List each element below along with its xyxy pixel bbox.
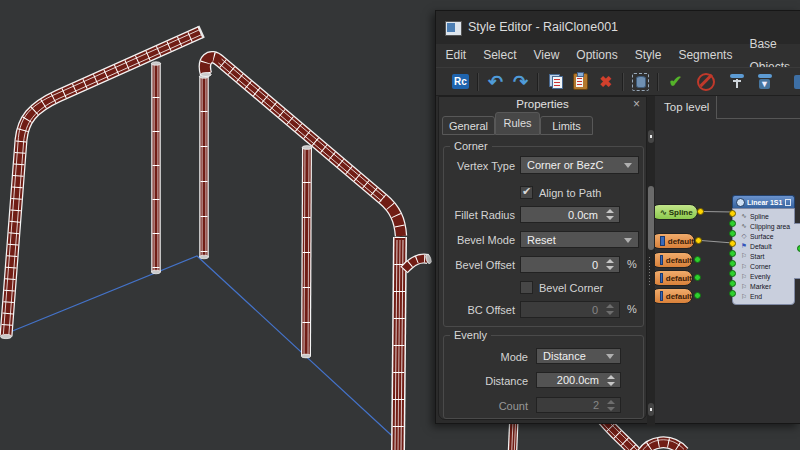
chevron-down-icon [606, 354, 614, 359]
bc-offset-field: 0 [520, 301, 620, 318]
tab-rules[interactable]: Rules [495, 112, 540, 135]
node-default-3[interactable]: default [655, 270, 693, 286]
generator-input-row[interactable]: ⚐ Start [740, 251, 794, 261]
align-to-path-checkbox[interactable] [520, 186, 533, 199]
node-canvas[interactable]: ∿ Spline default default [655, 119, 800, 423]
undo-icon[interactable]: ↶ [486, 72, 506, 92]
menu-edit[interactable]: Edit [437, 44, 475, 67]
array-record-icon[interactable] [631, 72, 651, 92]
generator-input-dot-corner[interactable] [729, 260, 736, 267]
node-default-1-output-dot[interactable] [695, 237, 702, 244]
generator-input-dot-clipping[interactable] [729, 220, 736, 227]
generator-input-dot-start[interactable] [729, 250, 736, 257]
node-editor: Top level ∿ Spline default [655, 96, 800, 423]
distance-spinner[interactable] [603, 373, 618, 387]
corner-group-title: Corner [450, 140, 492, 152]
paste-icon[interactable] [571, 72, 591, 92]
toolbar-separator [477, 73, 479, 91]
count-field: 2 [536, 397, 621, 413]
copy-icon[interactable] [546, 72, 566, 92]
generator-input-row[interactable]: ⚐ Corner [740, 262, 794, 272]
generator-input-row[interactable]: ⚐ End [740, 292, 794, 302]
toolbar-separator [622, 73, 624, 91]
segment-icon [660, 273, 663, 283]
node-spline-output-dot[interactable] [697, 208, 704, 215]
scroll-thumb[interactable] [648, 186, 654, 250]
scroll-button-bottom[interactable] [648, 403, 654, 416]
toolbar: Rc ↶ ↷ ✖ ✔ ▼ [436, 67, 800, 96]
node-default-3-output-dot[interactable] [694, 274, 701, 281]
menu-style[interactable]: Style [626, 44, 670, 67]
properties-title: Properties [516, 98, 568, 110]
node-default-2[interactable]: default [655, 252, 693, 268]
generator-input-row[interactable]: ⚐ Evenly [740, 272, 794, 282]
tab-limits[interactable]: Limits [540, 116, 593, 135]
flag-icon: ⚐ [740, 252, 748, 260]
spline-curve-icon: ∿ [660, 208, 667, 217]
node-default-4[interactable]: default [655, 288, 693, 304]
vertex-type-dropdown[interactable]: Corner or BezC [520, 156, 639, 174]
node-default-4-output-dot[interactable] [694, 292, 701, 299]
menu-select[interactable]: Select [475, 44, 525, 67]
dock-top-icon[interactable] [727, 72, 747, 92]
scroll-button-top[interactable] [648, 130, 654, 143]
toolbar-separator [537, 73, 539, 91]
marker-flag-icon: ⚐ [740, 283, 748, 291]
generator-input-dot-spline[interactable] [729, 210, 736, 217]
mode-dropdown[interactable]: Distance [536, 348, 621, 364]
tab-general[interactable]: General [442, 116, 495, 135]
distance-field[interactable]: 200.0cm [536, 372, 621, 388]
wireframe-post-c [301, 146, 312, 358]
menu-view[interactable]: View [525, 44, 568, 67]
redo-icon[interactable]: ↷ [511, 72, 531, 92]
bevel-offset-field[interactable]: 0 [520, 256, 620, 273]
wireframe-post-b [199, 75, 208, 259]
node-default-2-output-dot[interactable] [694, 256, 701, 263]
bevel-offset-spinner[interactable] [602, 257, 617, 272]
generator-input-dot-surface[interactable] [729, 230, 736, 237]
pin-icon[interactable] [785, 199, 791, 206]
bevel-offset-label: Bevel Offset [444, 257, 515, 274]
generator-input-row[interactable]: ⚐ Marker [740, 282, 794, 292]
railclone-logo-icon[interactable]: Rc [451, 72, 471, 92]
properties-panel-header[interactable]: Properties × [439, 97, 646, 113]
properties-scrollbar[interactable] [647, 96, 655, 426]
generator-input-dot-end[interactable] [729, 290, 736, 297]
generator-input-row[interactable]: ◇ Surface [740, 231, 794, 241]
fillet-radius-field[interactable]: 0.0cm [520, 206, 620, 223]
bevel-mode-label: Bevel Mode [444, 232, 515, 249]
node-spline[interactable]: ∿ Spline [655, 204, 698, 220]
mode-label: Mode [444, 349, 528, 365]
style-editor-window: Style Editor - RailClone001 Edit Select … [435, 10, 800, 424]
splitter-grip[interactable] [648, 257, 654, 285]
generator-input-row[interactable]: ∿ Spline [740, 211, 794, 221]
screenshot-root: Style Editor - RailClone001 Edit Select … [0, 0, 800, 450]
align-to-path-label: Align to Path [539, 187, 601, 199]
evenly-group-title: Evenly [450, 329, 491, 341]
discard-icon[interactable] [696, 72, 716, 92]
clipped-toolbar-icon[interactable] [794, 75, 800, 89]
bevel-mode-dropdown[interactable]: Reset [520, 231, 639, 248]
node-linear-generator[interactable]: Linear 1S1 ∿ Spline ∿ Clipping area [732, 195, 795, 305]
spline-curve-icon: ∿ [740, 212, 748, 220]
node-default-1[interactable]: default [655, 233, 695, 249]
bevel-corner-checkbox[interactable] [520, 281, 533, 294]
fillet-radius-spinner[interactable] [602, 207, 617, 222]
apply-check-icon[interactable]: ✔ [666, 72, 686, 92]
generator-input-dot-evenly[interactable] [729, 270, 736, 277]
flag-icon: ⚐ [740, 263, 748, 271]
toolbar-separator [657, 73, 659, 91]
bevel-offset-unit: % [627, 258, 637, 270]
generator-input-dot-default[interactable] [729, 240, 736, 247]
generator-input-row[interactable]: ∿ Clipping area [740, 221, 794, 231]
generator-input-row[interactable]: ⚑ Default [740, 241, 794, 251]
delete-icon[interactable]: ✖ [596, 72, 616, 92]
close-icon[interactable]: × [633, 97, 640, 112]
menu-options[interactable]: Options [568, 44, 626, 67]
menu-segments[interactable]: Segments [670, 44, 741, 67]
dock-down-icon[interactable]: ▼ [755, 72, 775, 92]
generator-input-dot-marker[interactable] [729, 280, 736, 287]
spline-curve-icon: ∿ [740, 222, 748, 230]
generator-header[interactable]: Linear 1S1 [732, 195, 795, 208]
tab-top-level[interactable]: Top level [655, 96, 717, 119]
